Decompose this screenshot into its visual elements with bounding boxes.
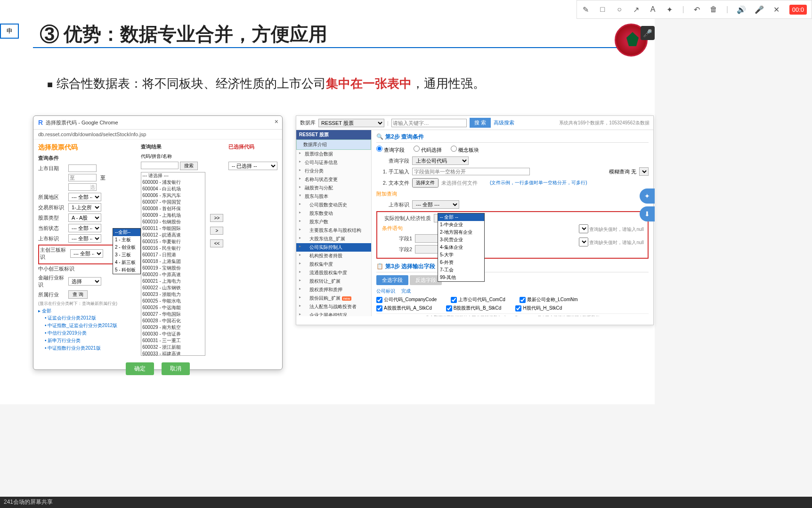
close-icon[interactable]: × xyxy=(275,118,278,125)
date-extra[interactable] xyxy=(68,183,97,191)
date-to[interactable] xyxy=(68,174,97,181)
manual-input[interactable] xyxy=(412,168,530,175)
region-select[interactable]: --- 全部 --- xyxy=(68,193,101,201)
date-from[interactable] xyxy=(68,164,97,172)
board-dropdown[interactable]: --全部--1 - 主板2 - 创业板3 - 三板4 - 新三板5 - 科创板 xyxy=(113,228,141,274)
stock-item[interactable]: 600017 - 日照港 xyxy=(141,252,205,258)
keyword-input[interactable] xyxy=(391,119,467,127)
query-mode-radios[interactable]: 查询字段 代码选择 概念板块 xyxy=(376,146,649,154)
null1-select[interactable] xyxy=(579,224,588,233)
stock-item[interactable]: 600006 - 东风汽车 xyxy=(141,192,205,199)
undo-icon[interactable]: ↶ xyxy=(693,5,701,14)
move-left-button[interactable]: << xyxy=(210,239,223,247)
magic-icon[interactable]: ✦ xyxy=(666,5,674,14)
tree-node[interactable]: 企业之间参控情况 xyxy=(296,311,371,316)
tree-node[interactable]: 公司与证券信息 xyxy=(296,158,371,167)
ok-button[interactable]: 确定 xyxy=(126,362,154,375)
tree-item[interactable]: • 证监会行业分类2012版 xyxy=(38,314,136,322)
mic-muted-icon[interactable]: 🎤 xyxy=(755,5,764,14)
stock-item[interactable]: 600022 - 山东钢铁 xyxy=(141,285,205,291)
speaker-icon[interactable]: 🔊 xyxy=(737,5,746,14)
stock-item[interactable]: 600015 - 华夏银行 xyxy=(141,238,205,245)
search-button[interactable]: 搜 索 xyxy=(470,118,491,128)
null2-select[interactable] xyxy=(579,238,588,246)
select-all-button[interactable]: 全选字段 xyxy=(376,275,408,285)
output-checkbox[interactable]: B股股票代码_B_StkCd xyxy=(446,305,502,311)
cancel-button[interactable]: 取消 xyxy=(162,362,190,375)
tree-node[interactable]: 大股东信息_扩展 xyxy=(296,235,371,243)
stock-item[interactable]: 600019 - 宝钢股份 xyxy=(141,265,205,271)
stock-item[interactable]: 600033 - 福建高速 xyxy=(141,351,205,356)
square-icon[interactable]: □ xyxy=(599,5,607,14)
nav-tree[interactable]: RESSET 股票 数据库介绍 股票综合数据公司与证券信息行业分类名称与状态变更… xyxy=(296,130,372,316)
output-checkbox[interactable]: 公司代码_CompanyCode xyxy=(376,296,437,303)
tree-node[interactable]: 股权质押和质押 xyxy=(296,286,371,294)
qfield-select[interactable]: 上市公司代码 xyxy=(412,156,469,165)
invert-sel-button[interactable]: 反选字段 xyxy=(410,275,442,285)
code-input[interactable] xyxy=(141,162,179,169)
tree-item[interactable]: • 新申万行业分类 xyxy=(38,337,136,344)
stock-item[interactable]: 600016 - 民生银行 xyxy=(141,245,205,252)
output-checkbox[interactable]: 上市公司代码_ComCd xyxy=(451,296,505,303)
query-button[interactable]: 查 询 xyxy=(68,290,88,299)
controller-dropdown[interactable]: -- 全部 --1-中央企业2-地方国有企业3-民营企业4-集体企业5-大学6-… xyxy=(438,213,485,282)
search-button[interactable]: 搜索 xyxy=(180,162,198,170)
stock-item[interactable]: 600011 - 华能国际 xyxy=(141,225,205,232)
status-select[interactable]: --- 全部 --- xyxy=(68,224,101,232)
fuzzy-select[interactable] xyxy=(639,167,649,176)
tree-node[interactable]: 股东数变动 xyxy=(296,209,371,218)
stock-item[interactable]: 600030 - 中信证券 xyxy=(141,331,205,337)
stock-list[interactable]: --- 请选择 ---600000 - 浦发银行600004 - 白云机场600… xyxy=(141,172,205,356)
circle-icon[interactable]: ○ xyxy=(615,5,624,14)
stock-item[interactable]: 600010 - 包钢股份 xyxy=(141,219,205,225)
tree-node[interactable]: 主要股东名单与股权结构 xyxy=(296,226,371,235)
move-right-button[interactable]: >> xyxy=(210,214,223,222)
stock-item[interactable]: 600027 - 华电国际 xyxy=(141,311,205,318)
stock-item[interactable]: 600004 - 白云机场 xyxy=(141,186,205,192)
side-btn-1[interactable]: ✦ xyxy=(640,188,655,204)
stock-item[interactable]: 600009 - 上海机场 xyxy=(141,212,205,219)
stock-item[interactable]: 600028 - 中国石化 xyxy=(141,318,205,324)
stock-item[interactable]: 600008 - 首创环保 xyxy=(141,205,205,212)
tree-node[interactable]: 融股资与分配 xyxy=(296,184,371,192)
tree-node[interactable]: 股权转让_扩展 xyxy=(296,277,371,286)
stock-item[interactable]: 600007 - 中国国贸 xyxy=(141,199,205,205)
list-flag-select[interactable]: --- 全部 --- xyxy=(412,200,459,209)
list-select[interactable]: --- 全部 --- xyxy=(68,234,101,243)
selected-list[interactable]: -- 已选择 -- xyxy=(228,162,277,170)
tree-node[interactable]: 股东户数 xyxy=(296,218,371,226)
tree-node[interactable]: 名称与状态变更 xyxy=(296,175,371,184)
stock-item[interactable]: 600020 - 中原高速 xyxy=(141,271,205,278)
close-icon[interactable]: ✕ xyxy=(772,5,781,14)
tree-node[interactable]: 股票综合数据 xyxy=(296,150,371,158)
trash-icon[interactable]: 🗑 xyxy=(709,5,718,14)
tree-node-selected[interactable]: 公司实际控制人 xyxy=(296,243,371,252)
pen-icon[interactable]: ✎ xyxy=(582,5,590,14)
output-checkbox[interactable]: H股代码_H_StkCd xyxy=(515,305,562,311)
stock-item[interactable]: 600025 - 华能水电 xyxy=(141,298,205,304)
stock-item[interactable]: 600031 - 三一重工 xyxy=(141,337,205,344)
exchange-select[interactable]: 1-上交所 xyxy=(68,203,101,212)
text-icon[interactable]: A xyxy=(649,5,657,14)
output-checkbox[interactable]: 最新公司全称_LComNm xyxy=(520,296,578,303)
stock-item[interactable]: 600026 - 中远海能 xyxy=(141,304,205,311)
tree-node[interactable]: 股东与股本 xyxy=(296,192,371,201)
fin-select[interactable]: 选择 xyxy=(68,277,101,286)
tree-node[interactable]: 流通股股权集中度 xyxy=(296,269,371,277)
db-select[interactable]: RESSET 股票 xyxy=(318,119,384,127)
stock-item[interactable]: 600029 - 南方航空 xyxy=(141,324,205,331)
side-btn-2[interactable]: ⬇ xyxy=(640,206,655,221)
type-select[interactable]: A - A股 xyxy=(68,213,101,222)
stock-item[interactable]: 600032 - 浙江新能 xyxy=(141,344,205,351)
tree-node[interactable]: 机构投资者持股 xyxy=(296,252,371,260)
tree-node[interactable]: 行业分类 xyxy=(296,167,371,175)
stock-item[interactable]: 600023 - 浙能电力 xyxy=(141,291,205,298)
stock-item[interactable]: --- 请选择 --- xyxy=(141,172,205,179)
adv-search-link[interactable]: 高级搜索 xyxy=(494,119,514,126)
tree-node[interactable]: 股权集中度 xyxy=(296,260,371,269)
move-one-button[interactable]: > xyxy=(210,227,223,235)
tree-item[interactable]: • 中证指数行业分类2021版 xyxy=(38,344,136,352)
stock-item[interactable]: 600000 - 浦发银行 xyxy=(141,179,205,186)
stock-item[interactable]: 600018 - 上港集团 xyxy=(141,258,205,265)
tree-node[interactable]: 法人配售与战略投资者 xyxy=(296,303,371,311)
